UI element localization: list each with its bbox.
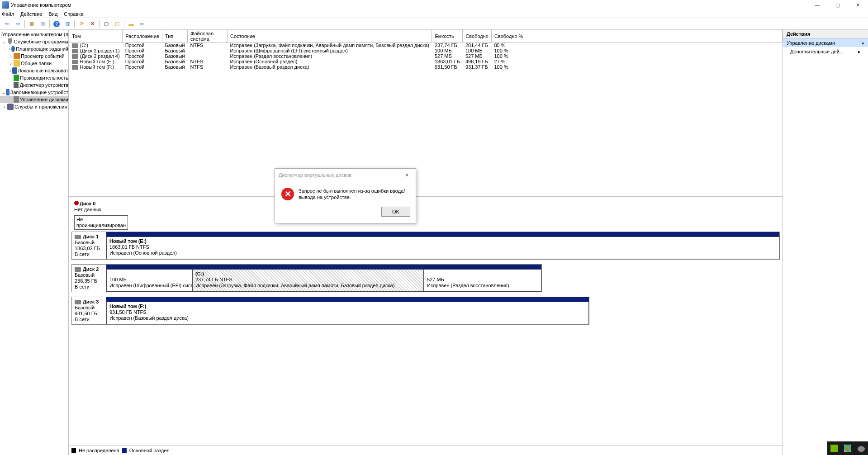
security-tray-icon[interactable]: [844, 445, 851, 452]
delete-button[interactable]: ✕: [87, 19, 97, 29]
tree-events[interactable]: ›Просмотр событий: [0, 52, 68, 60]
toolbar-btn-5[interactable]: ▢: [112, 19, 122, 29]
col-freepct[interactable]: Свободно %: [491, 30, 782, 43]
disk3-partition-f[interactable]: Новый том (F:) 931,50 ГБ NTFS Исправен (…: [106, 302, 589, 324]
disk0-uninit-label: Не проинициализирован: [74, 215, 128, 230]
storage-icon: [6, 89, 9, 95]
table-row[interactable]: Новый том (E:) ПростойБазовыйNTFSИсправе…: [69, 59, 783, 64]
disk-stripe: [106, 232, 779, 237]
col-type[interactable]: Тип: [162, 30, 187, 43]
tree-storage[interactable]: ⌄Запоминающие устройст: [0, 89, 68, 96]
titlebar: Управление компьютером — ▢ ✕: [0, 0, 868, 10]
col-layout[interactable]: Расположение: [123, 30, 162, 43]
legend-unalloc-label: Не распределена: [79, 448, 119, 453]
disk2-block[interactable]: Диск 2 Базовый 238,35 ГБ В сети 100 МБ И…: [71, 264, 542, 292]
disk3-block[interactable]: Диск 3 Базовый 931,50 ГБ В сети Новый то…: [71, 297, 589, 325]
cloud-tray-icon[interactable]: [858, 445, 865, 452]
col-free[interactable]: Свободно: [463, 30, 492, 43]
arrow-left-icon: ⇐: [5, 21, 9, 27]
mgmt-icon: [1, 31, 1, 38]
tree-perf[interactable]: Производительность: [0, 74, 68, 81]
minimize-button[interactable]: —: [807, 0, 827, 10]
forward-button[interactable]: ⇒: [13, 19, 23, 29]
col-status[interactable]: Состояние: [228, 30, 432, 43]
dialog-ok-button[interactable]: OK: [381, 207, 410, 217]
separator: [124, 20, 124, 28]
back-button[interactable]: ⇐: [2, 19, 12, 29]
nvidia-tray-icon[interactable]: [830, 445, 838, 452]
menubar: Файл Действие Вид Справка: [0, 10, 868, 18]
twisty-icon[interactable]: ⌄: [2, 39, 7, 45]
disk-stripe: [106, 297, 589, 302]
page-icon: ▦: [29, 21, 34, 27]
tree-shares[interactable]: ›Общие папки: [0, 60, 68, 67]
table-row[interactable]: Новый том (F:) ПростойБазовыйNTFSИсправе…: [69, 64, 783, 70]
toolbar-btn-6[interactable]: ▬: [126, 19, 136, 29]
tree-users[interactable]: ›Локальные пользоват: [0, 67, 68, 74]
actions-title-row[interactable]: Управление дисками ▴: [783, 38, 868, 47]
list-icon: ▤: [40, 21, 45, 27]
menu-file[interactable]: Файл: [2, 11, 14, 17]
toolbar-btn-3[interactable]: ▥: [62, 19, 72, 29]
disk-icon: [14, 96, 19, 103]
twisty-icon[interactable]: ›: [8, 46, 11, 52]
refresh-button[interactable]: ⟳: [76, 19, 86, 29]
doc-icon: ▢: [104, 21, 109, 27]
col-capacity[interactable]: Емкость: [432, 30, 463, 43]
twisty-icon[interactable]: ›: [8, 61, 14, 66]
disk2-partition-c[interactable]: (C:) 237,74 ГБ NTFS Исправен (Загрузка, …: [192, 269, 424, 292]
toolbar-btn-2[interactable]: ▤: [38, 19, 47, 29]
maximize-button[interactable]: ▢: [827, 0, 848, 10]
disk-icon: [75, 300, 81, 304]
disk1-block[interactable]: Диск 1 Базовый 1863,02 ГБ В сети Новый т…: [71, 232, 780, 260]
grid-icon: ▥: [65, 21, 70, 27]
toolbar-btn-1[interactable]: ▦: [27, 19, 37, 29]
separator: [74, 20, 75, 28]
doc2-icon: ▢: [115, 21, 119, 27]
actions-pane: Действия Управление дисками ▴ Дополнител…: [783, 30, 868, 455]
workspace: Управление компьютером (л ⌄Служебные про…: [0, 30, 868, 455]
tools-icon: [7, 38, 13, 45]
close-window-button[interactable]: ✕: [848, 0, 868, 10]
delete-icon: ✕: [90, 21, 95, 27]
disk-icon: [75, 235, 81, 239]
table-row[interactable]: (Диск 2 раздел 1) ПростойБазовыйИсправен…: [69, 48, 783, 53]
twisty-icon[interactable]: ›: [2, 104, 7, 109]
dialog-titlebar[interactable]: Диспетчер виртуальных дисков ✕: [275, 169, 416, 181]
disk2-partition-efi[interactable]: 100 МБ Исправен (Шифрованный (EFI) систе…: [106, 269, 192, 292]
col-volume[interactable]: Том: [69, 30, 123, 43]
tree-devmgr[interactable]: Диспетчер устройств: [0, 81, 68, 89]
disk1-partition-e[interactable]: Новый том (E:) 1863,01 ГБ NTFS Исправен …: [106, 237, 779, 259]
tree-systools[interactable]: ⌄Служебные программы: [0, 38, 68, 45]
tree-pane: Управление компьютером (л ⌄Служебные про…: [0, 30, 69, 455]
disk-stripe: [106, 265, 541, 269]
tree-services[interactable]: ›Службы и приложения: [0, 103, 68, 110]
tree-scheduler[interactable]: ›Планировщик заданий: [0, 45, 68, 52]
help-button[interactable]: ?: [52, 19, 62, 29]
volume-table: Том Расположение Тип Файловая система Со…: [69, 30, 783, 197]
twisty-icon[interactable]: ›: [8, 53, 14, 59]
twisty-icon[interactable]: ›: [8, 68, 12, 73]
toolbar-btn-7[interactable]: ▭: [137, 19, 147, 29]
table-row[interactable]: (Диск 2 раздел 4) ПростойБазовыйИсправен…: [69, 53, 783, 59]
device-icon: [14, 82, 19, 88]
volume-icon: [72, 60, 78, 64]
window-icon: ▭: [140, 21, 144, 27]
table-row[interactable]: (C:) ПростойБазовыйNTFSИсправен (Загрузк…: [69, 43, 783, 48]
dialog-close-button[interactable]: ✕: [401, 172, 412, 178]
col-fs[interactable]: Файловая система: [188, 30, 228, 43]
services-icon: [7, 104, 14, 110]
tree-diskmgmt[interactable]: Управление дисками: [0, 96, 68, 103]
volume-icon: [72, 65, 78, 70]
separator: [99, 20, 100, 28]
tree-root[interactable]: Управление компьютером (л: [0, 31, 68, 38]
actions-more-link[interactable]: Дополнительные дей... ▸: [783, 47, 868, 57]
toolbar-btn-4[interactable]: ▢: [101, 19, 111, 29]
disk0-block[interactable]: Диск 0 Нет данных Не проинициализирован: [71, 199, 125, 227]
menu-action[interactable]: Действие: [20, 11, 42, 17]
menu-help[interactable]: Справка: [64, 11, 83, 17]
disk2-partition-recovery[interactable]: 527 МБ Исправен (Раздел восстановления): [424, 269, 541, 292]
twisty-icon[interactable]: ⌄: [2, 90, 6, 95]
disk1-label: Диск 1 Базовый 1863,02 ГБ В сети: [72, 232, 106, 259]
menu-view[interactable]: Вид: [48, 11, 57, 17]
